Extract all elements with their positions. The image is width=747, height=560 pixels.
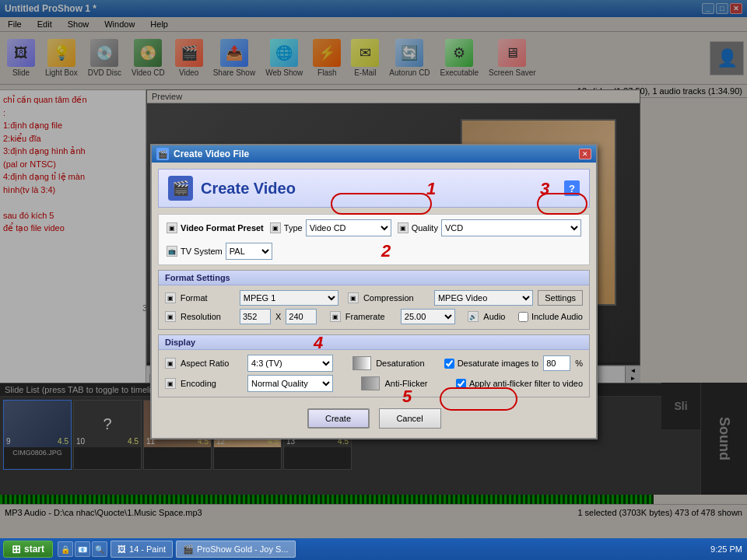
taskbar-icon-1[interactable]: 🔒 [58, 541, 73, 557]
modal-body: 🎬 Create Video ? ▣ Video Format Preset ▣… [152, 163, 596, 438]
quality-icon: ▣ [398, 222, 409, 233]
type-select[interactable]: Video CD DVD Custom [306, 219, 391, 236]
desaturation-swatch [352, 356, 371, 370]
callout-3: 3 [540, 179, 549, 199]
tv-system-icon: 📺 [167, 246, 177, 257]
resolution-icon: ▣ [165, 311, 176, 322]
encoding-select[interactable]: Normal Quality High Quality Best Quality [247, 375, 333, 392]
display-row-1: ▣ Aspect Ratio 4:3 (TV) 16:9 (Widescreen… [165, 355, 583, 372]
type-label: Type [284, 223, 303, 233]
modal-title-text: Create Video File [174, 149, 249, 159]
taskbar-paint[interactable]: 🖼 14 - Paint [110, 541, 173, 558]
cv-header-help[interactable]: ? [564, 180, 580, 196]
desaturate-value-input[interactable] [543, 355, 570, 371]
modal-dialog: 🎬 Create Video File ✕ 🎬 Create Video ? ▣… [150, 144, 598, 439]
taskbar-proshow-icon: 🎬 [183, 544, 194, 555]
cancel-button[interactable]: Cancel [379, 408, 441, 429]
encoding-label: Encoding [181, 379, 243, 388]
type-row: ▣ Type Video CD DVD Custom [270, 219, 391, 236]
taskbar: ⊞ start 🔒 📧 🔍 🖼 14 - Paint 🎬 ProShow Gol… [0, 538, 747, 560]
format-row-1: ▣ Format MPEG 1 MPEG 2 ▣ Compression MPE… [165, 290, 583, 306]
resolution-height-input[interactable] [286, 309, 317, 324]
quality-row: ▣ Quality VCD DVD Custom Quality [398, 219, 581, 236]
modal-title-bar: 🎬 Create Video File ✕ [152, 145, 596, 163]
format-label: Format [181, 293, 235, 303]
aspect-icon: ▣ [165, 358, 176, 369]
include-audio-area: Include Audio [518, 312, 583, 322]
cv-header-icon: 🎬 [168, 176, 193, 201]
taskbar-right: 9:25 PM [710, 544, 747, 554]
include-audio-checkbox[interactable] [518, 312, 528, 322]
create-video-header: 🎬 Create Video ? [158, 169, 590, 208]
compression-select[interactable]: MPEG Video [434, 290, 533, 306]
audio-label: Audio [483, 312, 505, 321]
format-settings-section: Format Settings ▣ Format MPEG 1 MPEG 2 ▣… [158, 270, 590, 330]
type-icon: ▣ [270, 222, 281, 233]
taskbar-icon-2[interactable]: 📧 [75, 541, 90, 557]
desaturate-images-label: Desaturate images to [458, 359, 539, 368]
include-audio-label: Include Audio [531, 312, 583, 321]
resolution-width-input[interactable] [240, 309, 271, 324]
modal-title-icon: 🎬 [156, 148, 169, 160]
vfp-icon: ▣ [167, 222, 177, 233]
resolution-label: Resolution [181, 312, 235, 321]
taskbar-paint-label: 14 - Paint [129, 544, 166, 554]
start-icon: ⊞ [12, 543, 21, 555]
display-row-2: ▣ Encoding Normal Quality High Quality B… [165, 375, 583, 392]
start-label: start [24, 544, 44, 555]
format-row-2: ▣ Resolution X ▣ Framerate 25.00 29.97 🔊… [165, 309, 583, 324]
taskbar-clock: 9:25 PM [710, 544, 742, 554]
start-button[interactable]: ⊞ start [3, 541, 53, 558]
quality-label: Quality [412, 223, 438, 233]
anti-flicker-swatch [361, 376, 380, 390]
format-icon: ▣ [165, 292, 176, 303]
framerate-icon: ▣ [330, 311, 341, 322]
vfp-label: Video Format Preset [181, 223, 264, 233]
vfp-section: ▣ Video Format Preset ▣ Type Video CD DV… [158, 214, 590, 265]
apply-anti-flicker-checkbox[interactable] [456, 379, 466, 389]
dialog-button-row: Create Cancel [158, 402, 590, 432]
apply-anti-flicker-label: Apply anti-flicker filter to video [469, 379, 583, 388]
compression-icon: ▣ [348, 292, 359, 303]
apply-anti-flicker-area: Apply anti-flicker filter to video [456, 379, 583, 389]
vfp-label-cell: ▣ Video Format Preset [167, 222, 264, 233]
resolution-x-label: X [275, 312, 281, 321]
aspect-ratio-select[interactable]: 4:3 (TV) 16:9 (Widescreen) [247, 355, 333, 372]
format-settings-header: Format Settings [159, 271, 589, 285]
framerate-label: Framerate [345, 312, 396, 321]
desaturate-pct-label: % [575, 359, 583, 368]
taskbar-icons: 🔒 📧 🔍 [58, 541, 107, 557]
tv-system-select[interactable]: PAL NTSC [226, 243, 272, 260]
compression-label: Compression [363, 293, 430, 303]
audio-icon: 🔊 [468, 311, 479, 322]
taskbar-proshow-label: ProShow Gold - Joy S... [197, 544, 288, 554]
callout-2: 2 [381, 241, 391, 261]
display-header: Display [159, 335, 589, 350]
framerate-select[interactable]: 25.00 29.97 [401, 309, 455, 324]
desaturate-images-checkbox[interactable] [444, 359, 454, 369]
format-select[interactable]: MPEG 1 MPEG 2 [240, 290, 338, 306]
display-body: ▣ Aspect Ratio 4:3 (TV) 16:9 (Widescreen… [159, 350, 589, 397]
callout-4: 4 [314, 333, 323, 353]
callout-5: 5 [402, 387, 412, 407]
tv-system-label: TV System [181, 247, 223, 256]
modal-controls: ✕ [579, 149, 591, 159]
desaturate-images-area: Desaturate images to [444, 359, 539, 369]
modal-title-content: 🎬 Create Video File [156, 148, 249, 160]
encoding-icon: ▣ [165, 378, 176, 389]
modal-close-button[interactable]: ✕ [579, 149, 591, 159]
taskbar-paint-icon: 🖼 [117, 544, 126, 554]
taskbar-proshow[interactable]: 🎬 ProShow Gold - Joy S... [176, 541, 295, 558]
create-button[interactable]: Create [307, 408, 370, 429]
display-section: Display ▣ Aspect Ratio 4:3 (TV) 16:9 (Wi… [158, 334, 590, 397]
settings-button[interactable]: Settings [538, 290, 583, 306]
cv-header-title: Create Video [201, 180, 296, 198]
quality-select[interactable]: VCD DVD Custom Quality [441, 219, 581, 236]
taskbar-icon-3[interactable]: 🔍 [92, 541, 107, 557]
desaturation-label: Desaturation [376, 359, 424, 368]
format-settings-body: ▣ Format MPEG 1 MPEG 2 ▣ Compression MPE… [159, 285, 589, 329]
callout-1: 1 [426, 179, 436, 199]
tv-system-row: 📺 TV System PAL NTSC [167, 243, 272, 260]
aspect-ratio-label: Aspect Ratio [181, 359, 243, 368]
